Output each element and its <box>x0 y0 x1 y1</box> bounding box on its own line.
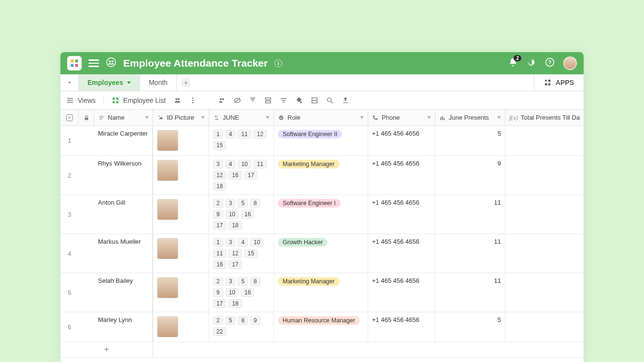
cell-june-days[interactable]: 134101112151617 <box>209 234 274 273</box>
app-logo[interactable] <box>67 56 82 70</box>
cell-picture[interactable] <box>153 126 209 155</box>
cell-phone[interactable]: +1 465 456 4656 <box>368 273 435 312</box>
table-row[interactable]: 1 Miracle Carpenter 14111215 Software En… <box>60 126 584 156</box>
cell-picture[interactable] <box>153 234 209 273</box>
cell-role[interactable]: Growth Hacker <box>274 234 368 273</box>
cell-name[interactable]: Rhys Wilkerson <box>94 156 153 195</box>
hide-fields-icon[interactable] <box>233 97 241 104</box>
tab-label: Month <box>149 79 168 86</box>
table-row[interactable]: 3 Anton Gill 2358910161718 Software Engi… <box>60 195 584 234</box>
column-picture[interactable]: ID Picture <box>153 110 209 125</box>
svg-point-33 <box>279 115 283 120</box>
cell-role[interactable]: Marketing Manager <box>274 273 368 312</box>
cell-total-presents[interactable] <box>505 156 584 195</box>
cell-june-days[interactable]: 14111215 <box>209 126 274 155</box>
menu-icon[interactable] <box>88 59 99 67</box>
notifications-button[interactable]: 2 <box>508 57 518 69</box>
cell-june-days[interactable]: 2358910161718 <box>209 273 274 312</box>
cell-june-presents[interactable]: 11 <box>435 234 505 273</box>
tab-employees[interactable]: Employees <box>79 74 140 91</box>
column-june-presents[interactable]: June Presents <box>435 110 505 125</box>
cell-total-presents[interactable] <box>505 273 584 312</box>
sort-icon[interactable] <box>280 97 287 104</box>
cell-total-presents[interactable] <box>505 312 584 342</box>
cell-picture[interactable] <box>153 273 209 312</box>
cell-name[interactable]: Marley Lynn <box>94 312 153 342</box>
share-view-icon[interactable] <box>173 97 181 104</box>
cell-june-days[interactable]: 258922 <box>209 312 274 342</box>
tabs-expand-button[interactable] <box>60 74 79 91</box>
cell-name[interactable]: Anton Gill <box>94 195 153 234</box>
history-icon[interactable] <box>527 57 536 69</box>
column-phone[interactable]: Phone <box>368 110 435 125</box>
export-icon[interactable] <box>342 97 349 104</box>
cell-phone[interactable]: +1 465 456 4656 <box>368 195 435 234</box>
day-chip: 2 <box>213 277 223 286</box>
cell-name[interactable]: Selah Bailey <box>94 273 153 312</box>
tabs-bar: Employees Month + APPS <box>60 74 584 91</box>
info-icon[interactable]: i <box>274 59 282 67</box>
cell-june-presents[interactable]: 11 <box>435 195 505 234</box>
cell-june-presents[interactable]: 5 <box>435 312 505 342</box>
cell-june-presents[interactable]: 5 <box>435 126 505 155</box>
cell-june-days[interactable]: 34101112161718 <box>209 156 274 195</box>
row-lock-spacer <box>79 312 94 342</box>
cell-phone[interactable]: +1 465 456 4656 <box>368 234 435 273</box>
filter-icon[interactable] <box>249 97 257 104</box>
day-chip: 5 <box>226 316 236 325</box>
cell-june-days[interactable]: 2358910161718 <box>209 195 274 234</box>
cell-june-presents[interactable]: 9 <box>435 156 505 195</box>
column-june[interactable]: JUNE <box>209 110 274 125</box>
day-chip: 2 <box>213 199 223 208</box>
day-chip: 4 <box>226 160 236 168</box>
row-lock-spacer <box>79 126 94 155</box>
cell-june-presents[interactable]: 11 <box>435 273 505 312</box>
cell-role[interactable]: Human Resource Manager <box>274 312 368 342</box>
views-button[interactable]: Views <box>66 97 96 104</box>
table-row[interactable]: 4 Markus Mueller 134101112151617 Growth … <box>60 234 584 273</box>
cell-phone[interactable]: +1 465 456 4656 <box>368 126 435 155</box>
user-avatar[interactable] <box>563 56 577 70</box>
day-chip: 10 <box>226 210 239 219</box>
more-options-icon[interactable] <box>189 97 197 104</box>
color-icon[interactable] <box>295 97 303 104</box>
cell-name[interactable]: Miracle Carpenter <box>94 126 153 155</box>
column-role[interactable]: Role <box>274 110 368 125</box>
cell-role[interactable]: Marketing Manager <box>274 156 368 195</box>
cell-name[interactable]: Markus Mueller <box>94 234 153 273</box>
group-icon[interactable] <box>264 97 272 104</box>
cell-total-presents[interactable] <box>505 195 584 234</box>
cell-total-presents[interactable] <box>505 234 584 273</box>
cell-total-presents[interactable] <box>505 126 584 155</box>
collaborators-icon[interactable] <box>218 97 226 104</box>
select-all-checkbox[interactable]: ✓ <box>60 110 79 125</box>
day-chip: 12 <box>254 130 267 139</box>
cell-phone[interactable]: +1 465 456 4656 <box>368 156 435 195</box>
cell-role[interactable]: Software Engineer II <box>274 126 368 155</box>
svg-rect-26 <box>266 101 271 103</box>
add-tab-button[interactable]: + <box>177 74 195 91</box>
tab-month[interactable]: Month <box>140 74 177 91</box>
help-icon[interactable]: ? <box>545 57 555 69</box>
cell-role[interactable]: Software Engineer I <box>274 195 368 234</box>
cell-phone[interactable]: +1 465 456 4656 <box>368 312 435 342</box>
search-icon[interactable] <box>326 97 334 104</box>
apps-button[interactable]: APPS <box>534 74 584 91</box>
cell-picture[interactable] <box>153 156 209 195</box>
column-name[interactable]: Name <box>94 110 153 125</box>
current-view[interactable]: Employee List <box>112 97 166 104</box>
svg-rect-25 <box>266 97 271 99</box>
day-chip: 10 <box>238 160 251 168</box>
table-row[interactable]: 5 Selah Bailey 2358910161718 Marketing M… <box>60 273 584 312</box>
cell-picture[interactable] <box>153 195 209 234</box>
svg-point-21 <box>192 102 194 103</box>
day-chip: 17 <box>229 260 242 269</box>
cell-picture[interactable] <box>153 312 209 342</box>
column-total-presents[interactable]: f(x) Total Presents Till Dat <box>505 110 584 125</box>
add-row-button[interactable]: + <box>60 342 584 358</box>
row-height-icon[interactable] <box>311 97 318 104</box>
table-row[interactable]: 2 Rhys Wilkerson 34101112161718 Marketin… <box>60 156 584 195</box>
table-row[interactable]: 6 Marley Lynn 258922 Human Resource Mana… <box>60 312 584 342</box>
collaborators-icon[interactable] <box>106 57 116 70</box>
svg-rect-10 <box>548 80 551 82</box>
